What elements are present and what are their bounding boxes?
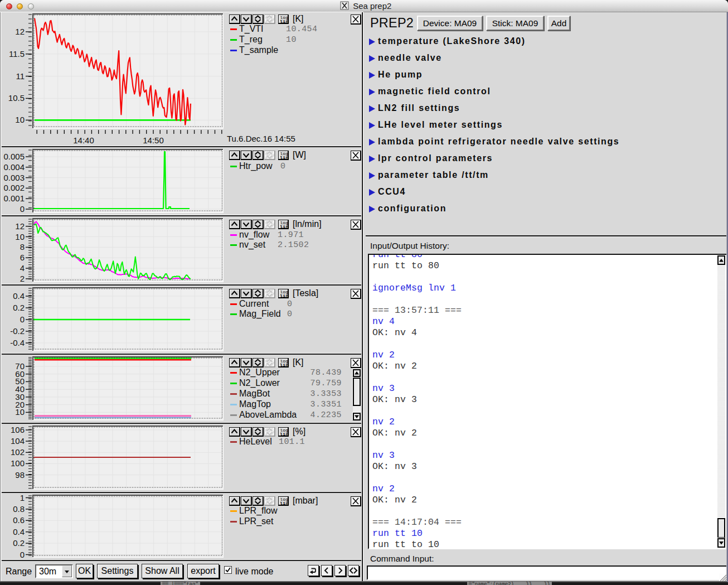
svg-text:lin: lin	[280, 432, 288, 436]
svg-text:11.5: 11.5	[9, 49, 25, 59]
svg-text:0: 0	[20, 550, 25, 559]
svg-text:0: 0	[20, 315, 25, 324]
svg-text:0.003: 0.003	[3, 173, 25, 182]
svg-text:0.6: 0.6	[13, 515, 25, 525]
svg-text:0.4: 0.4	[13, 527, 25, 536]
svg-text:106: 106	[11, 425, 25, 434]
svg-text:-0.4: -0.4	[10, 338, 25, 347]
svg-text:lin: lin	[280, 501, 288, 505]
svg-text:10: 10	[15, 115, 25, 124]
svg-text:0: 0	[20, 204, 25, 214]
svg-text:11: 11	[16, 71, 25, 81]
svg-text:14:50: 14:50	[143, 136, 164, 145]
svg-text:0.002: 0.002	[3, 183, 25, 192]
svg-text:2: 2	[20, 274, 25, 283]
svg-text:104: 104	[11, 436, 25, 446]
svg-text:lin: lin	[280, 224, 288, 229]
svg-text:10: 10	[15, 407, 25, 417]
svg-text:0.8: 0.8	[13, 504, 25, 514]
svg-text:4: 4	[20, 263, 25, 273]
svg-text:1: 1	[20, 493, 25, 502]
svg-text:12: 12	[15, 27, 25, 36]
svg-text:12: 12	[15, 221, 25, 231]
svg-text:8: 8	[20, 242, 25, 252]
svg-text:6: 6	[20, 253, 25, 262]
svg-text:lin: lin	[280, 362, 288, 367]
svg-text:0.001: 0.001	[3, 194, 25, 203]
svg-text:102: 102	[11, 447, 25, 457]
svg-text:0.2: 0.2	[13, 303, 25, 312]
svg-text:0.005: 0.005	[3, 152, 25, 161]
svg-text:lin: lin	[280, 293, 288, 298]
svg-text:lin: lin	[280, 155, 288, 159]
svg-text:100: 100	[11, 458, 25, 468]
svg-text:0.004: 0.004	[3, 162, 25, 172]
svg-text:0.2: 0.2	[13, 538, 25, 548]
svg-text:0.4: 0.4	[13, 291, 25, 301]
svg-text:-0.2: -0.2	[10, 326, 25, 336]
svg-text:10.5: 10.5	[8, 93, 25, 103]
svg-text:10: 10	[15, 232, 25, 241]
svg-text:98: 98	[15, 470, 25, 480]
svg-text:14:40: 14:40	[73, 136, 94, 145]
svg-text:lin: lin	[280, 19, 288, 23]
